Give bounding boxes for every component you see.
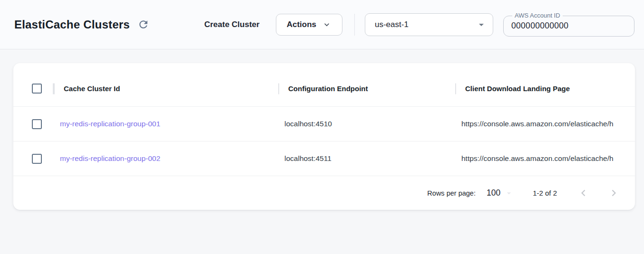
table-row: my-redis-replication-group-001 localhost… (13, 107, 635, 141)
cluster-id-link[interactable]: my-redis-replication-group-002 (60, 154, 160, 162)
select-all-checkbox[interactable] (32, 84, 42, 94)
pagination-bar: Rows per page: 100 1-2 of 2 (13, 176, 635, 210)
landing-page-cell: https://console.aws.amazon.com/elasticac… (455, 120, 635, 128)
page-title: ElastiCache Clusters (14, 18, 130, 31)
column-header-cache-cluster-id[interactable]: Cache Cluster Id (54, 71, 278, 106)
refresh-button[interactable] (137, 18, 150, 31)
cluster-id-cell: my-redis-replication-group-002 (54, 154, 278, 163)
row-checkbox[interactable] (32, 154, 42, 164)
chevron-left-icon (577, 187, 590, 199)
cluster-id-link[interactable]: my-redis-replication-group-001 (60, 120, 160, 128)
toolbar-divider (354, 14, 355, 36)
refresh-icon (137, 19, 149, 30)
endpoint-cell: localhost:4510 (278, 120, 455, 128)
arrow-drop-down-icon (504, 188, 514, 198)
endpoint-cell: localhost:4511 (278, 154, 455, 163)
rows-per-page-select[interactable]: 100 (487, 188, 514, 198)
table-row: my-redis-replication-group-002 localhost… (13, 141, 635, 176)
actions-button-label: Actions (287, 20, 316, 29)
region-select-value: us-east-1 (375, 20, 409, 29)
rows-per-page-value: 100 (487, 188, 500, 198)
rows-per-page-label: Rows per page: (427, 189, 476, 197)
create-cluster-button[interactable]: Create Cluster (204, 20, 259, 29)
pagination-range-label: 1-2 of 2 (533, 189, 557, 197)
select-all-cell (13, 71, 54, 106)
next-page-button[interactable] (605, 185, 622, 201)
aws-account-id-label: AWS Account ID (512, 12, 563, 19)
toolbar: ElastiCache Clusters Create Cluster Acti… (0, 0, 644, 49)
row-select-cell (13, 119, 54, 129)
actions-button[interactable]: Actions (276, 14, 342, 36)
column-header-client-download-landing-page[interactable]: Client Download Landing Page (455, 71, 635, 106)
row-checkbox[interactable] (32, 119, 42, 129)
clusters-table-card: Cache Cluster Id Configuration Endpoint … (13, 63, 635, 210)
landing-page-cell: https://console.aws.amazon.com/elasticac… (455, 154, 635, 163)
table-header-row: Cache Cluster Id Configuration Endpoint … (13, 71, 635, 107)
arrow-drop-down-icon (476, 19, 487, 30)
row-select-cell (13, 154, 54, 164)
column-header-configuration-endpoint[interactable]: Configuration Endpoint (278, 71, 455, 106)
previous-page-button[interactable] (575, 185, 591, 201)
region-select[interactable]: us-east-1 (365, 13, 493, 36)
aws-account-id-field: AWS Account ID (503, 12, 634, 36)
chevron-down-icon (322, 20, 332, 29)
chevron-right-icon (607, 187, 620, 199)
aws-account-id-input[interactable] (510, 19, 627, 32)
cluster-id-cell: my-redis-replication-group-001 (54, 120, 278, 128)
